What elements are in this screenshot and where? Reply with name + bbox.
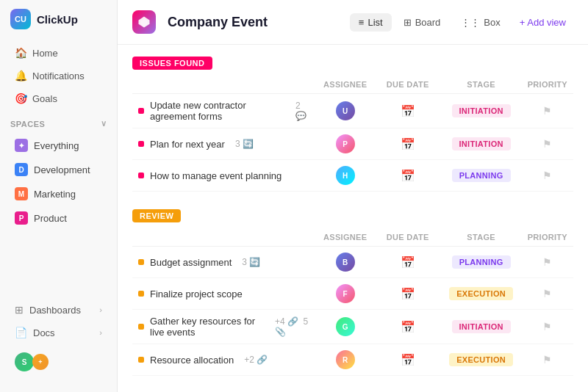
stage-cell: EXECUTION bbox=[441, 278, 522, 310]
box-icon: ⋮⋮ bbox=[461, 17, 480, 28]
stage-badge: INITIATION bbox=[452, 320, 511, 333]
duedate-cell[interactable]: 📅 bbox=[375, 128, 441, 160]
review-badge: REVIEW bbox=[132, 209, 181, 222]
priority-cell: ⚑ bbox=[522, 94, 573, 128]
sidebar-item-development[interactable]: D Development bbox=[4, 158, 112, 181]
stage-badge: EXECUTION bbox=[449, 287, 513, 300]
review-table: ASSIGNEE DUE DATE STAGE PRIORITY Budget … bbox=[132, 228, 573, 376]
product-label: Product bbox=[34, 213, 67, 224]
task-dot bbox=[138, 173, 144, 178]
dashboards-chevron: › bbox=[99, 305, 102, 314]
avatar: H bbox=[336, 166, 355, 185]
section-issues: ISSUES FOUND ASSIGNEE DUE DATE STAGE PRI… bbox=[132, 57, 573, 192]
notifications-label: Notifications bbox=[32, 70, 85, 81]
section-issues-header: ISSUES FOUND bbox=[132, 57, 573, 70]
sidebar-item-goals[interactable]: 🎯 Goals bbox=[4, 87, 112, 109]
col-stage: STAGE bbox=[441, 228, 522, 247]
docs-label: Docs bbox=[33, 327, 55, 338]
stage-cell: EXECUTION bbox=[441, 344, 522, 376]
priority-cell: ⚑ bbox=[522, 278, 573, 310]
col-priority: PRIORITY bbox=[522, 76, 573, 94]
spaces-chevron[interactable]: ∨ bbox=[101, 119, 107, 128]
user-avatar-secondary: + bbox=[32, 354, 49, 370]
sidebar-item-docs[interactable]: 📄 Docs › bbox=[4, 322, 112, 344]
docs-chevron: › bbox=[99, 328, 102, 337]
development-label: Development bbox=[34, 164, 90, 175]
assignee-cell: B bbox=[316, 247, 375, 278]
task-dot bbox=[138, 324, 144, 330]
user-avatar-area[interactable]: S + bbox=[4, 346, 112, 377]
list-view-button[interactable]: ≡ List bbox=[350, 13, 392, 32]
marketing-dot: M bbox=[15, 187, 28, 200]
stage-cell: INITIATION bbox=[441, 310, 522, 344]
sidebar-nav: 🏠 Home 🔔 Notifications 🎯 Goals bbox=[0, 41, 117, 110]
task-name-cell: Resource allocation +2 🔗 bbox=[132, 344, 316, 376]
spaces-section-header: Spaces ∨ bbox=[0, 110, 117, 133]
duedate-cell[interactable]: 📅 bbox=[375, 160, 441, 192]
stage-cell: INITIATION bbox=[441, 94, 522, 128]
duedate-cell[interactable]: 📅 bbox=[375, 278, 441, 310]
box-view-button[interactable]: ⋮⋮ Box bbox=[452, 13, 509, 32]
avatar: U bbox=[336, 101, 355, 120]
avatar: B bbox=[336, 253, 355, 272]
sidebar-item-product[interactable]: P Product bbox=[4, 206, 112, 230]
sidebar-item-notifications[interactable]: 🔔 Notifications bbox=[4, 65, 112, 87]
sidebar-item-marketing[interactable]: M Marketing bbox=[4, 182, 112, 206]
logo-text: ClickUp bbox=[37, 13, 78, 26]
col-duedate: DUE DATE bbox=[375, 76, 441, 94]
table-row: Update new contractor agreement forms 2 … bbox=[132, 94, 573, 128]
review-table-head: ASSIGNEE DUE DATE STAGE PRIORITY bbox=[132, 228, 573, 247]
avatar: G bbox=[336, 317, 355, 336]
task-meta: +4 🔗 5 📎 bbox=[275, 316, 310, 337]
avatar: F bbox=[336, 284, 355, 303]
priority-cell: ⚑ bbox=[522, 344, 573, 376]
task-name-cell: Budget assignment 3 🔄 bbox=[132, 247, 316, 278]
avatar: P bbox=[336, 134, 355, 153]
board-view-button[interactable]: ⊞ Board bbox=[395, 13, 450, 32]
sidebar-bottom: ⊞ Dashboards › 📄 Docs › S + bbox=[0, 292, 117, 383]
sidebar-item-dashboards[interactable]: ⊞ Dashboards › bbox=[4, 299, 112, 321]
assignee-cell: P bbox=[316, 128, 375, 160]
task-name-cell: Finalize project scope bbox=[132, 278, 316, 310]
home-label: Home bbox=[32, 48, 58, 59]
stage-cell: PLANNING bbox=[441, 160, 522, 192]
everything-label: Everything bbox=[34, 140, 79, 151]
assignee-cell: U bbox=[316, 94, 375, 128]
project-icon bbox=[132, 10, 156, 34]
task-meta: 2 💬 bbox=[295, 101, 310, 121]
sidebar-item-home[interactable]: 🏠 Home bbox=[4, 42, 112, 64]
duedate-cell[interactable]: 📅 bbox=[375, 94, 441, 128]
table-row: Resource allocation +2 🔗 R 📅 EXECUTION ⚑ bbox=[132, 344, 573, 376]
logo-icon: CU bbox=[10, 9, 31, 29]
duedate-cell[interactable]: 📅 bbox=[375, 310, 441, 344]
issues-tbody: Update new contractor agreement forms 2 … bbox=[132, 94, 573, 192]
main-content: Company Event ≡ List ⊞ Board ⋮⋮ Box + Ad… bbox=[118, 0, 588, 392]
list-icon: ≡ bbox=[359, 17, 365, 28]
goals-label: Goals bbox=[32, 93, 57, 104]
stage-badge: PLANNING bbox=[452, 169, 511, 182]
col-duedate: DUE DATE bbox=[375, 228, 441, 247]
issues-table: ASSIGNEE DUE DATE STAGE PRIORITY Update … bbox=[132, 76, 573, 192]
stage-badge: INITIATION bbox=[452, 137, 511, 150]
duedate-cell[interactable]: 📅 bbox=[375, 247, 441, 278]
table-row: Finalize project scope F 📅 EXECUTION ⚑ bbox=[132, 278, 573, 310]
task-meta: 3 🔄 bbox=[242, 257, 260, 267]
priority-cell: ⚑ bbox=[522, 128, 573, 160]
home-icon: 🏠 bbox=[15, 47, 26, 59]
review-tbody: Budget assignment 3 🔄 B 📅 PLANNING ⚑ bbox=[132, 247, 573, 376]
add-view-button[interactable]: + Add view bbox=[512, 13, 573, 32]
view-switcher: ≡ List ⊞ Board ⋮⋮ Box + Add view bbox=[350, 13, 573, 32]
dashboards-icon: ⊞ bbox=[15, 304, 24, 316]
duedate-cell[interactable]: 📅 bbox=[375, 344, 441, 376]
avatar: R bbox=[336, 350, 355, 369]
task-name-cell: Gather key resources for live events +4 … bbox=[132, 310, 316, 344]
priority-cell: ⚑ bbox=[522, 310, 573, 344]
marketing-label: Marketing bbox=[34, 189, 76, 200]
assignee-cell: G bbox=[316, 310, 375, 344]
section-review-header: REVIEW bbox=[132, 209, 573, 222]
stage-badge: PLANNING bbox=[452, 255, 511, 269]
stage-cell: PLANNING bbox=[441, 247, 522, 278]
task-name-cell: Plan for next year 3 🔄 bbox=[132, 128, 316, 160]
assignee-cell: R bbox=[316, 344, 375, 376]
sidebar-item-everything[interactable]: ✦ Everything bbox=[4, 134, 112, 157]
